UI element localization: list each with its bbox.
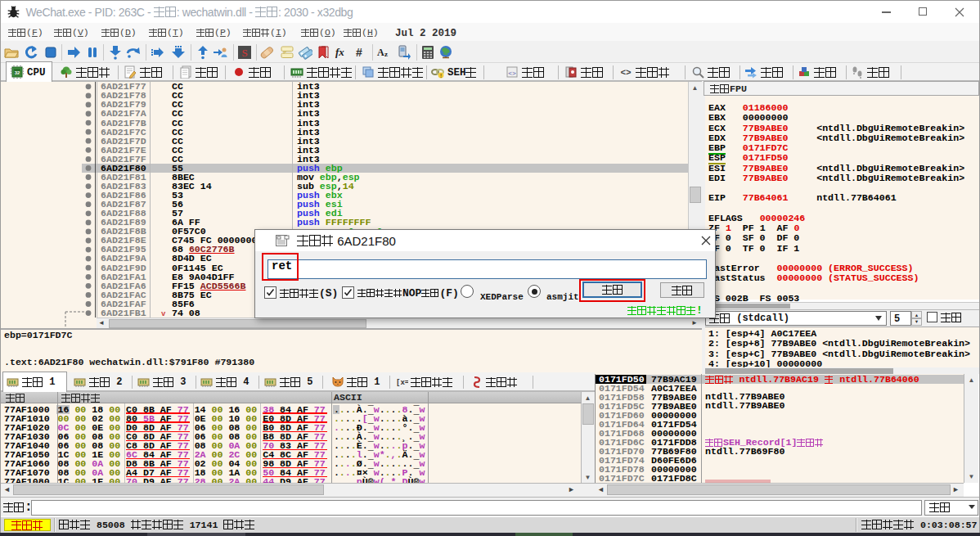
- svg-text:S: S: [241, 47, 247, 59]
- svg-text:fx: fx: [335, 46, 344, 58]
- svg-text:32: 32: [15, 70, 20, 75]
- svg-text:!: !: [440, 73, 442, 79]
- svg-text:[x=]: [x=]: [396, 379, 408, 387]
- svg-text:<>: <>: [620, 68, 632, 78]
- svg-text:#: #: [356, 46, 362, 59]
- svg-text:<>: <>: [508, 70, 516, 77]
- svg-text:A: A: [377, 47, 384, 58]
- svg-text:z: z: [384, 50, 388, 58]
